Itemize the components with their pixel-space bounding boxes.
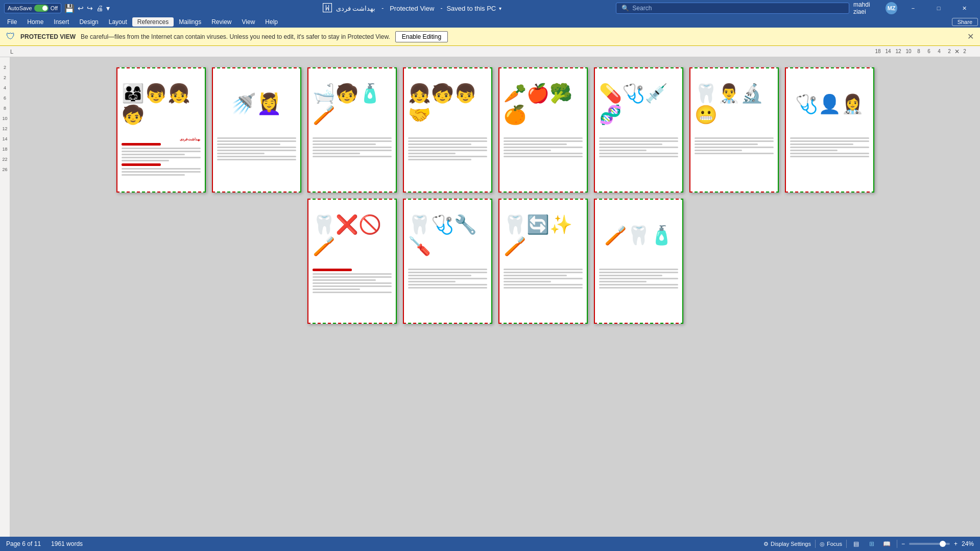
document-title: بهداشت فردی (336, 5, 376, 12)
share-button[interactable]: Share (952, 18, 978, 26)
document-area: 👨‍👩‍👧👦👧🧒 بهداشت فردی (10, 57, 980, 537)
page2-illustration: 🚿💆‍♀️ (231, 92, 282, 116)
autosave-toggle[interactable] (34, 5, 49, 12)
page3-illustration: 🛁🧒🧴🪥 (313, 83, 392, 126)
tab-layout[interactable]: Layout (104, 17, 132, 27)
display-settings-icon: ⚙ (763, 541, 769, 547)
page4-illustration: 👧🧒👦🤝 (408, 83, 487, 126)
tab-home[interactable]: Home (22, 17, 49, 27)
zoom-in-button[interactable]: + (954, 540, 958, 547)
close-protected-bar-icon[interactable]: ✕ (967, 32, 974, 41)
protected-label: PROTECTED VIEW (20, 33, 76, 40)
shield-icon: 🛡 (6, 31, 15, 42)
page1-title: بهداشت فردی (122, 137, 201, 141)
page-thumbnail-12[interactable]: 🪥🦷🧴 (594, 199, 683, 324)
separator-dash: - (381, 5, 384, 12)
maximize-button[interactable]: □ (927, 0, 950, 16)
zoom-out-button[interactable]: − (901, 540, 905, 547)
page-thumbnail-4[interactable]: 👧🧒👦🤝 (403, 67, 492, 193)
focus-button[interactable]: ◎ Focus (820, 541, 842, 547)
enable-editing-button[interactable]: Enable Editing (395, 31, 448, 42)
left-ruler: 2 2 4 6 8 10 12 14 18 22 26 (0, 57, 10, 537)
word-count: 1961 words (51, 540, 83, 547)
tab-view[interactable]: View (237, 17, 260, 27)
tab-help[interactable]: Help (260, 17, 283, 27)
page-thumbnail-6[interactable]: 💊🩺💉🧬 (594, 67, 683, 193)
page-thumbnail-9[interactable]: 🦷❌🚫🪥 (307, 199, 397, 324)
ruler-arrow-icon: ✕ (954, 48, 960, 55)
search-input[interactable] (632, 5, 844, 12)
page8-illustration: 🩺👤👩‍⚕️ (795, 93, 864, 115)
ruler-marker: L (10, 49, 13, 55)
word-icon: 🅆 (323, 3, 332, 14)
tab-references[interactable]: References (132, 17, 174, 27)
page-thumbnail-2[interactable]: 🚿💆‍♀️ (212, 67, 301, 193)
page12-illustration: 🪥🦷🧴 (604, 225, 673, 246)
user-name: mahdi ziaei (853, 1, 882, 15)
print-icon[interactable]: 🖨 (96, 4, 103, 12)
autosave-label: AutoSave (8, 5, 32, 11)
page11-illustration: 🦷🔄✨🪥 (504, 214, 583, 257)
user-info: mahdi ziaei MZ (853, 1, 897, 15)
pages-row-1: 👨‍👩‍👧👦👧🧒 بهداشت فردی (116, 67, 874, 193)
undo-icon[interactable]: ↩ (78, 4, 84, 12)
autosave-state: Off (51, 5, 58, 11)
save-icon[interactable]: 💾 (64, 4, 75, 13)
web-layout-view-button[interactable]: ⊞ (866, 538, 877, 549)
page5-illustration: 🥕🍎🥦🍊 (504, 83, 583, 126)
page10-illustration: 🦷🩺🔧🪛 (408, 214, 487, 257)
ribbon-menu: File Home Insert Design Layout Reference… (0, 16, 980, 28)
separator-2 (846, 540, 847, 548)
ruler-numbers: 18 14 12 10 8 6 4 2 ✕ 2 (873, 48, 970, 55)
page-thumbnail-8[interactable]: 🩺👤👩‍⚕️ (785, 67, 874, 193)
customize-icon[interactable]: ▾ (106, 4, 110, 12)
autosave-button[interactable]: AutoSave Off (4, 3, 61, 13)
view-mode: Protected View (390, 5, 434, 12)
display-settings-button[interactable]: ⚙ Display Settings (763, 541, 811, 547)
tab-file[interactable]: File (2, 17, 22, 27)
zoom-percent: 24% (962, 540, 974, 547)
page-info: Page 6 of 11 (6, 540, 41, 547)
main-content: 2 2 4 6 8 10 12 14 18 22 26 👨‍👩‍👧👦👧🧒 بهد… (0, 57, 980, 537)
redo-icon[interactable]: ↪ (87, 4, 93, 12)
search-icon: 🔍 (622, 5, 629, 12)
tab-mailings[interactable]: Mailings (174, 17, 206, 27)
close-button[interactable]: ✕ (952, 0, 976, 16)
status-left: Page 6 of 11 1961 words (6, 540, 83, 547)
tab-review[interactable]: Review (206, 17, 236, 27)
page-thumbnail-11[interactable]: 🦷🔄✨🪥 (498, 199, 588, 324)
ruler-area: L 18 14 12 10 8 6 4 2 ✕ 2 (0, 46, 980, 57)
tab-insert[interactable]: Insert (49, 17, 74, 27)
title-bar: AutoSave Off 💾 ↩ ↪ 🖨 ▾ 🅆 بهداشت فردی - P… (0, 0, 980, 16)
separator-1 (815, 540, 816, 548)
pages-row-2: 🦷❌🚫🪥 (307, 199, 683, 324)
page-thumbnail-5[interactable]: 🥕🍎🥦🍊 (498, 67, 588, 193)
window-controls: − □ ✕ (901, 0, 976, 16)
search-box[interactable]: 🔍 (616, 3, 849, 14)
page6-illustration: 💊🩺💉🧬 (599, 83, 678, 126)
page9-illustration: 🦷❌🚫🪥 (313, 214, 392, 257)
title-bar-left: AutoSave Off 💾 ↩ ↪ 🖨 ▾ (4, 3, 208, 13)
avatar[interactable]: MZ (886, 2, 897, 14)
minimize-button[interactable]: − (901, 0, 925, 16)
status-bar: Page 6 of 11 1961 words ⚙ Display Settin… (0, 537, 980, 551)
print-layout-view-button[interactable]: ▤ (851, 538, 862, 549)
separator-dash2: - (440, 5, 442, 12)
page-thumbnail-1[interactable]: 👨‍👩‍👧👦👧🧒 بهداشت فردی (116, 67, 206, 193)
save-location-dropdown[interactable]: ▾ (499, 6, 501, 11)
status-right: ⚙ Display Settings ◎ Focus ▤ ⊞ 📖 − + 24% (763, 538, 974, 549)
page-thumbnail-7[interactable]: 🦷👨‍⚕️🔬😬 (689, 67, 779, 193)
zoom-slider-thumb (940, 541, 946, 547)
protected-message: Be careful—files from the Internet can c… (81, 33, 390, 40)
page-thumbnail-3[interactable]: 🛁🧒🧴🪥 (307, 67, 397, 193)
title-bar-center: 🅆 بهداشت فردی - Protected View - Saved t… (208, 3, 616, 14)
zoom-slider[interactable] (909, 543, 950, 545)
tab-design[interactable]: Design (74, 17, 103, 27)
separator-3 (897, 540, 897, 548)
read-mode-view-button[interactable]: 📖 (881, 538, 893, 549)
page7-illustration: 🦷👨‍⚕️🔬😬 (695, 83, 774, 126)
title-bar-right: 🔍 mahdi ziaei MZ − □ ✕ (616, 0, 976, 16)
focus-icon: ◎ (820, 541, 825, 547)
protected-view-bar: 🛡 PROTECTED VIEW Be careful—files from t… (0, 28, 980, 46)
page-thumbnail-10[interactable]: 🦷🩺🔧🪛 (403, 199, 492, 324)
